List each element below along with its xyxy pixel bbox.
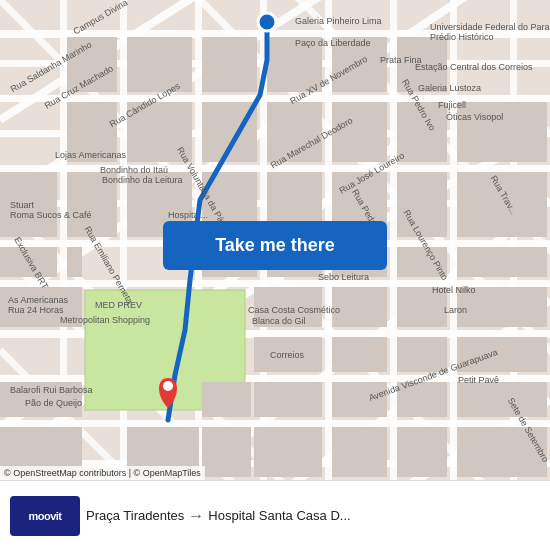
route-origin: Praça Tiradentes: [86, 508, 184, 523]
take-me-there-button[interactable]: Take me there: [163, 221, 387, 270]
bottom-bar: moovit Praça Tiradentes → Hospital Santa…: [0, 480, 550, 550]
route-destination: Hospital Santa Casa D...: [208, 508, 350, 523]
route-arrow-icon: →: [188, 507, 204, 525]
moovit-logo-text: moovit: [28, 510, 61, 522]
osm-attribution: © OpenStreetMap contributors | © OpenMap…: [0, 466, 205, 480]
route-info: Praça Tiradentes → Hospital Santa Casa D…: [86, 507, 540, 525]
moovit-logo: moovit: [10, 496, 80, 536]
map-container[interactable]: Campus Divina Rua Saldanha Marinho Rua C…: [0, 0, 550, 480]
